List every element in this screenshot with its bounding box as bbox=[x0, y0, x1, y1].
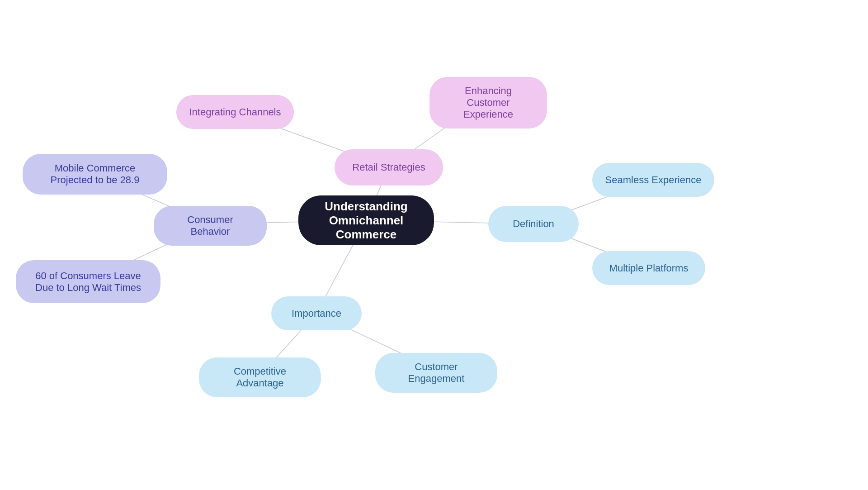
node-customer-engagement: Customer Engagement bbox=[375, 353, 497, 393]
node-importance: Importance bbox=[271, 296, 362, 330]
node-mobile-commerce: Mobile Commerce Projected to be 28.9 bbox=[23, 154, 167, 195]
node-definition: Definition bbox=[488, 206, 579, 242]
node-consumer-behavior: Consumer Behavior bbox=[154, 206, 267, 246]
center-node: Understanding Omnichannel Commerce bbox=[298, 195, 434, 245]
node-multiple-platforms: Multiple Platforms bbox=[592, 251, 705, 285]
node-integrating-channels: Integrating Channels bbox=[176, 95, 294, 129]
node-seamless-experience: Seamless Experience bbox=[592, 163, 714, 197]
node-consumers-leave: 60 of Consumers Leave Due to Long Wait T… bbox=[16, 260, 160, 303]
node-retail-strategies: Retail Strategies bbox=[335, 149, 443, 186]
node-competitive-advantage: Competitive Advantage bbox=[199, 357, 321, 397]
node-enhancing-customer-experience: Enhancing Customer Experience bbox=[429, 77, 547, 128]
center-node-label: Understanding Omnichannel Commerce bbox=[311, 200, 421, 242]
